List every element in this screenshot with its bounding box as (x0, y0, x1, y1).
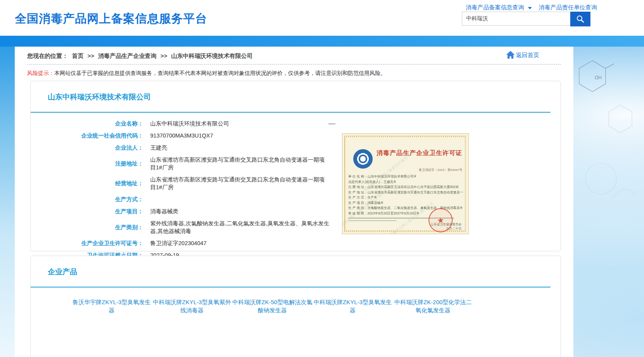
home-icon (506, 51, 515, 59)
field-row: 生产方式： (56, 195, 330, 203)
field-row: 生产类别：紫外线消毒器,次氯酸钠发生器,二氧化氯发生器,臭氧发生器、臭氧水发生器… (56, 219, 330, 235)
certificate-number: 鲁卫消证字〔2023〕第04047号 (419, 168, 462, 172)
breadcrumb-home[interactable]: 首页 (72, 52, 83, 59)
field-row: 经营地址：山东省潍坊市高新区潍安路与宝通街交叉路口东北角自动变速器一期项目1#厂… (56, 176, 330, 191)
breadcrumb-current: 山东中科瑞沃环境技术有限公司 (171, 52, 253, 59)
product-link[interactable]: 中科瑞沃牌ZK-200型化学法二氧化氯发生器 (393, 298, 473, 314)
products-card: 企业产品 鲁沃华宇牌ZKYL-3型臭氧发生器 中科瑞沃牌ZKYL-3型臭氧紫外线… (30, 256, 561, 357)
company-card-title: 山东中科瑞沃环境技术有限公司 (48, 92, 151, 102)
product-link[interactable]: 中科瑞沃牌ZKYL-3型臭氧紫外线消毒器 (152, 298, 232, 314)
company-card: 山东中科瑞沃环境技术有限公司 企业名称：山东中科瑞沃环境技术有限公司 企业统一社… (30, 81, 561, 251)
products-card-rule (31, 287, 550, 287)
products-card-title: 企业产品 (48, 267, 77, 277)
certificate-line: 生 产 项 目：消毒器械※ (348, 200, 463, 206)
breadcrumb: 您现在的位置： 首页 >> 消毒产品生产企业查询 >> 山东中科瑞沃环境技术有限… (27, 52, 255, 60)
field-row: 注册地址：山东省潍坊市高新区潍安路与宝通街交叉路口东北角自动变速器一期项目1#厂… (56, 156, 330, 171)
risk-text: 本网站仅基于已掌握的信息提供查询服务，查询结果不代表本网站对被查询对象信用状况的… (54, 70, 386, 76)
header: 全国消毒产品网上备案信息服务平台 消毒产品备案信息查询 消毒产品责任单位查询 (0, 0, 644, 36)
field-label: 生产企业卫生许可证号： (56, 240, 143, 247)
field-label: 企业名称： (56, 120, 143, 127)
search-button[interactable] (570, 12, 590, 26)
breadcrumb-separator: >> (87, 52, 94, 59)
field-row: 生产企业卫生许可证号：鲁卫消证字202304047 (56, 239, 330, 247)
field-value: 紫外线消毒器,次氯酸钠发生器,二氧化氯发生器,臭氧发生器、臭氧水发生器,其他器械… (150, 219, 330, 235)
search-icon (576, 14, 585, 24)
page: OH 全国消毒产品网上备案信息服务平台 消毒产品备案信息查询 消毒产品责任单位查… (0, 0, 644, 357)
field-label: 生产方式： (56, 196, 143, 203)
breadcrumb-prefix: 您现在的位置： (27, 52, 68, 59)
certificate-line: 法定代表人(或负责人)：王建亮※ (348, 179, 463, 185)
company-card-rule (31, 112, 550, 113)
back-home-link[interactable]: 返回首页 (506, 51, 539, 59)
breadcrumb-enterprise-query[interactable]: 消毒产品生产企业查询 (98, 52, 156, 59)
dash-decoration (328, 124, 335, 124)
field-label: 企业法人： (56, 144, 143, 152)
top-nav: 消毒产品备案信息查询 消毒产品责任单位查询 (466, 4, 597, 11)
field-row: 企业名称：山东中科瑞沃环境技术有限公司 (56, 120, 330, 127)
site-title: 全国消毒产品网上备案信息服务平台 (15, 11, 207, 27)
field-label: 经营地址： (56, 180, 143, 187)
nav-responsible-unit-query-link[interactable]: 消毒产品责任单位查询 (539, 4, 597, 11)
product-link[interactable]: 中科瑞沃牌ZK-50型电解法次氯酸钠发生器 (232, 298, 312, 314)
field-label: 注册地址： (56, 160, 143, 167)
field-label: 生产类别： (56, 224, 143, 231)
certificate-line: 注 册 地 址：山东省潍坊高新区玉清东街以北中心次干道以西高新大厦902室 (348, 185, 463, 190)
field-row: 企业法人：王建亮 (56, 144, 330, 152)
blue-band (0, 36, 644, 47)
risk-notice: 风险提示：本网站仅基于已掌握的信息提供查询服务，查询结果不代表本网站对被查询对象… (27, 70, 386, 77)
field-label: 企业统一社会信用代码： (56, 132, 143, 139)
company-fields: 企业名称：山东中科瑞沃环境技术有限公司 企业统一社会信用代码：91370700M… (56, 120, 330, 263)
field-row: 企业统一社会信用代码：91370700MA3M3U1QX7 (56, 132, 330, 139)
product-link[interactable]: 鲁沃华宇牌ZKYL-3型臭氧发生器 (71, 298, 152, 314)
back-home-label: 返回首页 (516, 52, 539, 59)
field-value: 山东省潍坊市高新区潍安路与宝通街交叉路口东北角自动变速器一期项目1#厂房 (150, 176, 330, 191)
main-panel: 您现在的位置： 首页 >> 消毒产品生产企业查询 >> 山东中科瑞沃环境技术有限… (15, 47, 573, 357)
certificate-note-bar (348, 220, 397, 221)
breadcrumb-separator: >> (160, 52, 167, 59)
seal-star-icon: ★ (436, 215, 444, 225)
field-value: 鲁卫消证字202304047 (150, 239, 207, 247)
certificate-title: 消毒产品生产企业卫生许可证 (377, 149, 464, 157)
field-value: 91370700MA3M3U1QX7 (150, 132, 213, 139)
product-list: 鲁沃华宇牌ZKYL-3型臭氧发生器 中科瑞沃牌ZKYL-3型臭氧紫外线消毒器 中… (31, 298, 550, 320)
search-input[interactable] (462, 12, 570, 26)
field-label: 生产项目： (56, 208, 143, 215)
molecule-oh-label: OH (595, 75, 602, 80)
field-row: 生产项目：消毒器械类 (56, 207, 330, 215)
molecule-decoration: OH (574, 51, 644, 214)
field-value: 山东省潍坊市高新区潍安路与宝通街交叉路口东北角自动变速器一期项目1#厂房 (150, 156, 330, 171)
certificate-image[interactable]: 全国消毒产品网上备案信息服务平台 全国消毒产品网上备案信息服务平台 全国消毒产品… (342, 133, 469, 234)
certificate-line: 生 产 地 址：山东省潍坊市高新区潍安路与宝通街交叉路口东北角自动变速器一期项目… (348, 190, 463, 195)
field-value: 消毒器械类 (150, 207, 179, 215)
risk-label: 风险提示： (27, 70, 54, 76)
dashed-divider (27, 64, 561, 64)
certificate-emblem-icon (353, 149, 373, 169)
product-link[interactable]: 中科瑞沃牌ZKYL-3型臭氧发生器 (312, 298, 393, 314)
field-value: 王建亮 (150, 144, 167, 152)
search-bar (462, 12, 590, 26)
certificate-line: 生 产 方 式：生产※ (348, 195, 463, 200)
chevron-down-icon (528, 7, 532, 9)
nav-record-query-link[interactable]: 消毒产品备案信息查询 (466, 4, 524, 11)
certificate-line: 单 位 名 称：山东中科瑞沃环境技术有限公司※ (348, 174, 463, 179)
field-value: 山东中科瑞沃环境技术有限公司 (150, 120, 229, 127)
